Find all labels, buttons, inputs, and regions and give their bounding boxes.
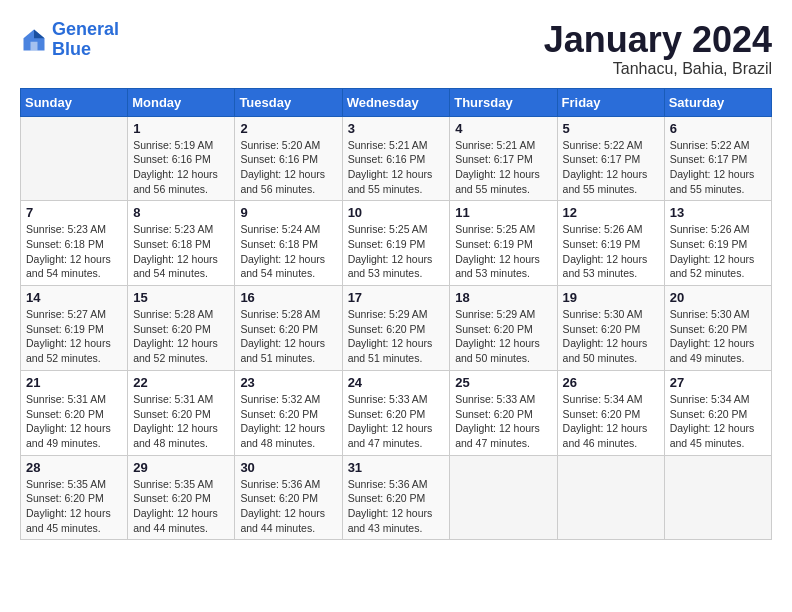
day-number: 19	[563, 290, 659, 305]
page-header: General Blue January 2024 Tanhacu, Bahia…	[20, 20, 772, 78]
logo: General Blue	[20, 20, 119, 60]
calendar-cell: 13Sunrise: 5:26 AMSunset: 6:19 PMDayligh…	[664, 201, 771, 286]
calendar-cell: 27Sunrise: 5:34 AMSunset: 6:20 PMDayligh…	[664, 370, 771, 455]
day-info: Sunrise: 5:33 AMSunset: 6:20 PMDaylight:…	[348, 392, 445, 451]
day-number: 23	[240, 375, 336, 390]
day-number: 18	[455, 290, 551, 305]
calendar-cell: 20Sunrise: 5:30 AMSunset: 6:20 PMDayligh…	[664, 286, 771, 371]
day-number: 3	[348, 121, 445, 136]
calendar-cell: 7Sunrise: 5:23 AMSunset: 6:18 PMDaylight…	[21, 201, 128, 286]
logo-text: General Blue	[52, 20, 119, 60]
day-info: Sunrise: 5:31 AMSunset: 6:20 PMDaylight:…	[26, 392, 122, 451]
calendar-cell: 8Sunrise: 5:23 AMSunset: 6:18 PMDaylight…	[128, 201, 235, 286]
calendar-cell: 6Sunrise: 5:22 AMSunset: 6:17 PMDaylight…	[664, 116, 771, 201]
calendar-cell	[664, 455, 771, 540]
day-number: 9	[240, 205, 336, 220]
day-info: Sunrise: 5:22 AMSunset: 6:17 PMDaylight:…	[563, 138, 659, 197]
calendar-cell: 1Sunrise: 5:19 AMSunset: 6:16 PMDaylight…	[128, 116, 235, 201]
day-info: Sunrise: 5:35 AMSunset: 6:20 PMDaylight:…	[133, 477, 229, 536]
day-number: 15	[133, 290, 229, 305]
day-info: Sunrise: 5:21 AMSunset: 6:17 PMDaylight:…	[455, 138, 551, 197]
day-info: Sunrise: 5:23 AMSunset: 6:18 PMDaylight:…	[133, 222, 229, 281]
month-title: January 2024	[544, 20, 772, 60]
day-info: Sunrise: 5:20 AMSunset: 6:16 PMDaylight:…	[240, 138, 336, 197]
calendar-cell: 2Sunrise: 5:20 AMSunset: 6:16 PMDaylight…	[235, 116, 342, 201]
day-number: 6	[670, 121, 766, 136]
day-info: Sunrise: 5:31 AMSunset: 6:20 PMDaylight:…	[133, 392, 229, 451]
svg-marker-1	[34, 29, 45, 38]
day-info: Sunrise: 5:25 AMSunset: 6:19 PMDaylight:…	[348, 222, 445, 281]
day-info: Sunrise: 5:36 AMSunset: 6:20 PMDaylight:…	[240, 477, 336, 536]
calendar-cell: 17Sunrise: 5:29 AMSunset: 6:20 PMDayligh…	[342, 286, 450, 371]
calendar-cell: 3Sunrise: 5:21 AMSunset: 6:16 PMDaylight…	[342, 116, 450, 201]
calendar-cell: 21Sunrise: 5:31 AMSunset: 6:20 PMDayligh…	[21, 370, 128, 455]
day-info: Sunrise: 5:21 AMSunset: 6:16 PMDaylight:…	[348, 138, 445, 197]
calendar-cell: 19Sunrise: 5:30 AMSunset: 6:20 PMDayligh…	[557, 286, 664, 371]
calendar-table: SundayMondayTuesdayWednesdayThursdayFrid…	[20, 88, 772, 541]
calendar-cell: 5Sunrise: 5:22 AMSunset: 6:17 PMDaylight…	[557, 116, 664, 201]
day-number: 17	[348, 290, 445, 305]
day-number: 24	[348, 375, 445, 390]
calendar-cell: 25Sunrise: 5:33 AMSunset: 6:20 PMDayligh…	[450, 370, 557, 455]
day-number: 31	[348, 460, 445, 475]
day-info: Sunrise: 5:28 AMSunset: 6:20 PMDaylight:…	[133, 307, 229, 366]
calendar-cell	[557, 455, 664, 540]
calendar-cell: 16Sunrise: 5:28 AMSunset: 6:20 PMDayligh…	[235, 286, 342, 371]
day-info: Sunrise: 5:19 AMSunset: 6:16 PMDaylight:…	[133, 138, 229, 197]
day-number: 8	[133, 205, 229, 220]
day-number: 4	[455, 121, 551, 136]
svg-rect-2	[31, 42, 38, 51]
day-info: Sunrise: 5:30 AMSunset: 6:20 PMDaylight:…	[563, 307, 659, 366]
day-info: Sunrise: 5:33 AMSunset: 6:20 PMDaylight:…	[455, 392, 551, 451]
day-number: 29	[133, 460, 229, 475]
day-info: Sunrise: 5:25 AMSunset: 6:19 PMDaylight:…	[455, 222, 551, 281]
day-number: 5	[563, 121, 659, 136]
day-number: 12	[563, 205, 659, 220]
calendar-cell: 12Sunrise: 5:26 AMSunset: 6:19 PMDayligh…	[557, 201, 664, 286]
day-number: 27	[670, 375, 766, 390]
day-number: 20	[670, 290, 766, 305]
calendar-cell	[450, 455, 557, 540]
day-number: 26	[563, 375, 659, 390]
day-number: 16	[240, 290, 336, 305]
day-number: 14	[26, 290, 122, 305]
weekday-header-friday: Friday	[557, 88, 664, 116]
calendar-cell: 10Sunrise: 5:25 AMSunset: 6:19 PMDayligh…	[342, 201, 450, 286]
calendar-cell	[21, 116, 128, 201]
day-info: Sunrise: 5:35 AMSunset: 6:20 PMDaylight:…	[26, 477, 122, 536]
calendar-cell: 29Sunrise: 5:35 AMSunset: 6:20 PMDayligh…	[128, 455, 235, 540]
day-info: Sunrise: 5:27 AMSunset: 6:19 PMDaylight:…	[26, 307, 122, 366]
day-info: Sunrise: 5:24 AMSunset: 6:18 PMDaylight:…	[240, 222, 336, 281]
weekday-header-sunday: Sunday	[21, 88, 128, 116]
weekday-header-tuesday: Tuesday	[235, 88, 342, 116]
calendar-cell: 18Sunrise: 5:29 AMSunset: 6:20 PMDayligh…	[450, 286, 557, 371]
calendar-cell: 15Sunrise: 5:28 AMSunset: 6:20 PMDayligh…	[128, 286, 235, 371]
calendar-cell: 24Sunrise: 5:33 AMSunset: 6:20 PMDayligh…	[342, 370, 450, 455]
calendar-cell: 11Sunrise: 5:25 AMSunset: 6:19 PMDayligh…	[450, 201, 557, 286]
day-info: Sunrise: 5:23 AMSunset: 6:18 PMDaylight:…	[26, 222, 122, 281]
calendar-cell: 4Sunrise: 5:21 AMSunset: 6:17 PMDaylight…	[450, 116, 557, 201]
day-info: Sunrise: 5:30 AMSunset: 6:20 PMDaylight:…	[670, 307, 766, 366]
day-number: 7	[26, 205, 122, 220]
calendar-cell: 26Sunrise: 5:34 AMSunset: 6:20 PMDayligh…	[557, 370, 664, 455]
day-number: 30	[240, 460, 336, 475]
weekday-header-wednesday: Wednesday	[342, 88, 450, 116]
day-number: 13	[670, 205, 766, 220]
day-number: 1	[133, 121, 229, 136]
logo-icon	[20, 26, 48, 54]
calendar-cell: 31Sunrise: 5:36 AMSunset: 6:20 PMDayligh…	[342, 455, 450, 540]
day-number: 2	[240, 121, 336, 136]
day-number: 11	[455, 205, 551, 220]
calendar-cell: 28Sunrise: 5:35 AMSunset: 6:20 PMDayligh…	[21, 455, 128, 540]
weekday-header-saturday: Saturday	[664, 88, 771, 116]
day-info: Sunrise: 5:34 AMSunset: 6:20 PMDaylight:…	[563, 392, 659, 451]
day-info: Sunrise: 5:34 AMSunset: 6:20 PMDaylight:…	[670, 392, 766, 451]
calendar-cell: 30Sunrise: 5:36 AMSunset: 6:20 PMDayligh…	[235, 455, 342, 540]
calendar-cell: 9Sunrise: 5:24 AMSunset: 6:18 PMDaylight…	[235, 201, 342, 286]
day-info: Sunrise: 5:32 AMSunset: 6:20 PMDaylight:…	[240, 392, 336, 451]
calendar-cell: 23Sunrise: 5:32 AMSunset: 6:20 PMDayligh…	[235, 370, 342, 455]
calendar-cell: 22Sunrise: 5:31 AMSunset: 6:20 PMDayligh…	[128, 370, 235, 455]
calendar-cell: 14Sunrise: 5:27 AMSunset: 6:19 PMDayligh…	[21, 286, 128, 371]
day-info: Sunrise: 5:29 AMSunset: 6:20 PMDaylight:…	[455, 307, 551, 366]
day-number: 28	[26, 460, 122, 475]
